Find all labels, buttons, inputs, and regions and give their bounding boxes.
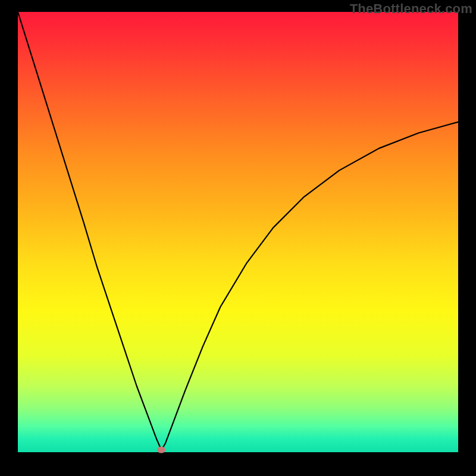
minimum-marker (157, 447, 165, 453)
watermark-text: TheBottleneck.com (350, 1, 472, 17)
plot-area (18, 12, 458, 452)
chart-container (18, 12, 458, 464)
bottleneck-curve (18, 12, 458, 452)
